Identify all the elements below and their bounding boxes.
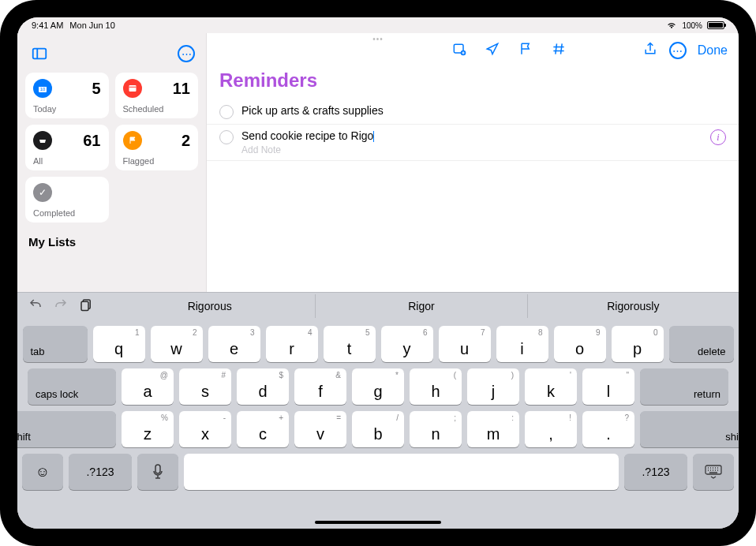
sidebar: ⋯ 10 5 Today 11 (17, 33, 207, 292)
calendar-plus-icon[interactable] (451, 41, 467, 60)
reminder-checkbox[interactable] (219, 105, 234, 119)
key-shift-right[interactable]: shift (640, 411, 739, 447)
key-j[interactable]: j) (467, 368, 519, 405)
card-scheduled[interactable]: 11 Scheduled (115, 73, 199, 118)
key-l[interactable]: l" (582, 368, 634, 405)
key-e[interactable]: e3 (208, 326, 260, 362)
key-y[interactable]: y6 (381, 326, 433, 362)
svg-rect-0 (33, 49, 47, 59)
calendar-today-icon: 10 (33, 79, 52, 98)
card-completed[interactable]: ✓ Completed (25, 177, 109, 223)
key-u[interactable]: u7 (439, 326, 491, 362)
wifi-icon (666, 21, 677, 29)
text-cursor (373, 131, 374, 142)
checkmark-icon: ✓ (33, 183, 52, 202)
add-note-field[interactable]: Add Note (241, 144, 702, 155)
reminder-text-editing[interactable]: Send cookie recipe to Rigo (241, 129, 702, 142)
key-f[interactable]: f& (294, 368, 346, 405)
status-date: Mon Jun 10 (69, 21, 114, 30)
more-options-button[interactable]: ⋯ (178, 45, 195, 62)
svg-rect-5 (129, 85, 136, 92)
key-r[interactable]: r4 (266, 326, 318, 362)
key-hide-keyboard[interactable] (693, 454, 734, 490)
location-icon[interactable] (485, 41, 500, 60)
suggestion-1[interactable]: Rigorous (104, 294, 315, 318)
key-q[interactable]: q1 (93, 326, 145, 362)
svg-text:10: 10 (40, 87, 46, 92)
key-x[interactable]: x- (179, 411, 231, 447)
all-count: 61 (83, 132, 100, 150)
card-flagged[interactable]: 2 Flagged (115, 125, 199, 170)
suggestion-2[interactable]: Rigor (315, 294, 526, 318)
key-s[interactable]: s# (179, 368, 231, 405)
hashtag-icon[interactable] (551, 41, 567, 60)
key-b[interactable]: b/ (352, 411, 404, 447)
key-w[interactable]: w2 (151, 326, 203, 362)
undo-icon[interactable] (28, 297, 43, 315)
key-h[interactable]: h( (410, 368, 462, 405)
card-today[interactable]: 10 5 Today (25, 73, 109, 118)
key-a[interactable]: a@ (122, 368, 174, 405)
toggle-sidebar-button[interactable] (28, 43, 51, 65)
my-lists-header: My Lists (25, 227, 198, 249)
key-return[interactable]: return (640, 368, 728, 405)
reminder-row-editing[interactable]: Send cookie recipe to Rigo Add Note i (207, 125, 739, 161)
key-.[interactable]: .? (582, 411, 634, 447)
key-tab[interactable]: tab (23, 326, 88, 362)
calendar-icon (123, 79, 142, 98)
battery-percent: 100% (682, 21, 702, 30)
completed-label: Completed (33, 208, 101, 218)
today-label: Today (33, 104, 101, 114)
battery-icon (707, 21, 724, 29)
svg-rect-11 (155, 465, 160, 473)
flagged-label: Flagged (123, 156, 191, 166)
reminder-text[interactable]: Pick up arts & crafts supplies (241, 104, 726, 117)
share-icon[interactable] (642, 41, 658, 60)
key-z[interactable]: z% (122, 411, 174, 447)
flag-icon (123, 131, 142, 150)
info-button[interactable]: i (710, 129, 726, 145)
content-area: ⋯ Done Reminders Pick up arts & crafts s… (207, 33, 739, 292)
key-numbers-left[interactable]: .?123 (69, 454, 132, 490)
key-i[interactable]: i8 (496, 326, 548, 362)
flag-outline-icon[interactable] (518, 41, 533, 60)
home-indicator[interactable] (315, 521, 441, 524)
key-d[interactable]: d$ (237, 368, 289, 405)
list-title: Reminders (207, 65, 739, 99)
key-capslock[interactable]: caps lock (28, 368, 116, 405)
content-toolbar: ⋯ Done (207, 33, 739, 65)
clipboard-icon[interactable] (79, 297, 93, 315)
key-delete[interactable]: delete (669, 326, 734, 362)
redo-icon[interactable] (54, 297, 68, 315)
key-,[interactable]: ,! (525, 411, 577, 447)
reminder-checkbox[interactable] (219, 130, 234, 144)
reminder-row[interactable]: Pick up arts & crafts supplies (207, 99, 739, 125)
multitask-dots-icon[interactable]: ••• (372, 35, 384, 43)
key-v[interactable]: v= (294, 411, 346, 447)
key-emoji[interactable]: ☺ (22, 454, 63, 490)
key-n[interactable]: n; (410, 411, 462, 447)
key-m[interactable]: m: (467, 411, 519, 447)
all-label: All (33, 156, 101, 166)
suggestion-3[interactable]: Rigorously (527, 294, 739, 318)
key-c[interactable]: c+ (237, 411, 289, 447)
onscreen-keyboard: Rigorous Rigor Rigorously tab q1w2e3r4t5… (17, 292, 739, 529)
more-content-button[interactable]: ⋯ (669, 42, 687, 59)
key-t[interactable]: t5 (324, 326, 376, 362)
today-count: 5 (92, 80, 100, 98)
flagged-count: 2 (182, 132, 190, 150)
scheduled-label: Scheduled (123, 104, 191, 114)
key-shift-left[interactable]: shift (17, 411, 116, 447)
key-k[interactable]: k' (525, 368, 577, 405)
key-o[interactable]: o9 (554, 326, 606, 362)
key-numbers-right[interactable]: .?123 (624, 454, 687, 490)
status-bar: 9:41 AM Mon Jun 10 100% (17, 17, 739, 33)
svg-rect-10 (81, 301, 88, 310)
key-p[interactable]: p0 (612, 326, 664, 362)
key-g[interactable]: g* (352, 368, 404, 405)
key-dictation[interactable] (137, 454, 178, 490)
done-button[interactable]: Done (698, 43, 728, 58)
status-time: 9:41 AM (32, 21, 63, 30)
key-space[interactable] (184, 454, 619, 490)
card-all[interactable]: 61 All (25, 125, 109, 170)
